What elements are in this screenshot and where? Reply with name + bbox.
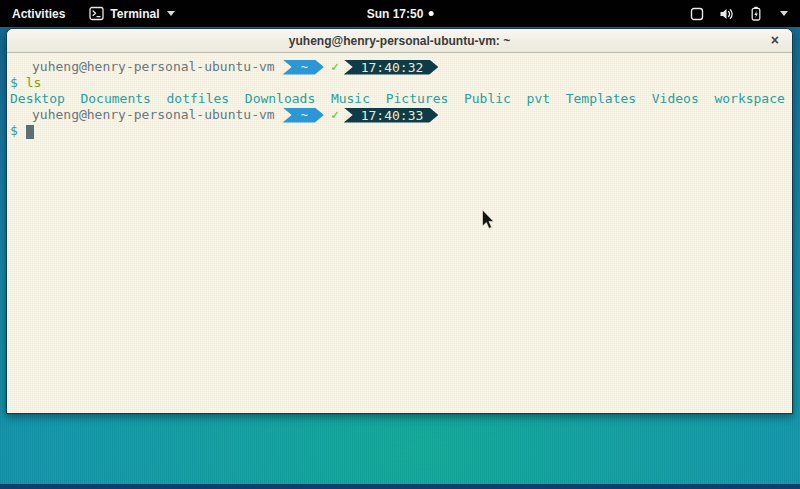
- time-segment: 17:40:32: [344, 60, 439, 75]
- window-title: yuheng@henry-personal-ubuntu-vm: ~: [289, 34, 510, 48]
- chevron-down-icon: [167, 11, 175, 16]
- chevron-down-icon: [780, 11, 788, 16]
- terminal-window: yuheng@henry-personal-ubuntu-vm: ~ × yuh…: [6, 28, 793, 414]
- system-tray-button[interactable]: [678, 0, 800, 27]
- screen-share-icon: [690, 7, 704, 21]
- status-check-icon: ✓: [331, 107, 339, 123]
- input-line: $: [10, 123, 792, 139]
- volume-icon: [719, 7, 734, 21]
- ls-output: Desktop Documents dotfiles Downloads Mus…: [10, 91, 792, 107]
- time-segment: 17:40:33: [344, 108, 439, 123]
- prompt-user-host: yuheng@henry-personal-ubuntu-vm: [32, 59, 275, 75]
- prompt-symbol: $: [10, 75, 18, 91]
- clock-button[interactable]: Sun 17:50: [367, 0, 434, 27]
- app-menu-label: Terminal: [110, 7, 159, 21]
- prompt-user-host: yuheng@henry-personal-ubuntu-vm: [32, 107, 275, 123]
- terminal-body[interactable]: yuheng@henry-personal-ubuntu-vm ~ ✓ 17:4…: [7, 54, 792, 413]
- app-menu-button[interactable]: Terminal: [77, 0, 187, 27]
- cwd-segment: ~: [283, 60, 324, 75]
- cwd-segment: ~: [283, 108, 324, 123]
- activities-button[interactable]: Activities: [0, 0, 77, 27]
- notification-dot-icon: [428, 11, 433, 16]
- clock-label: Sun 17:50: [367, 7, 424, 21]
- window-titlebar[interactable]: yuheng@henry-personal-ubuntu-vm: ~ ×: [7, 29, 792, 53]
- close-button[interactable]: ×: [768, 29, 782, 53]
- status-check-icon: ✓: [331, 59, 339, 75]
- battery-charging-icon: [749, 6, 763, 21]
- top-bar: Activities Terminal Sun 17:50: [0, 0, 800, 27]
- terminal-cursor: [26, 125, 34, 139]
- prompt-symbol: $: [10, 123, 18, 139]
- prompt-line: yuheng@henry-personal-ubuntu-vm ~ ✓ 17:4…: [10, 107, 792, 123]
- wallpaper-bottom-strip: [0, 484, 800, 489]
- command-line: $ ls: [10, 75, 792, 91]
- prompt-line: yuheng@henry-personal-ubuntu-vm ~ ✓ 17:4…: [10, 59, 792, 75]
- typed-command: ls: [26, 75, 42, 91]
- terminal-icon: [89, 6, 104, 21]
